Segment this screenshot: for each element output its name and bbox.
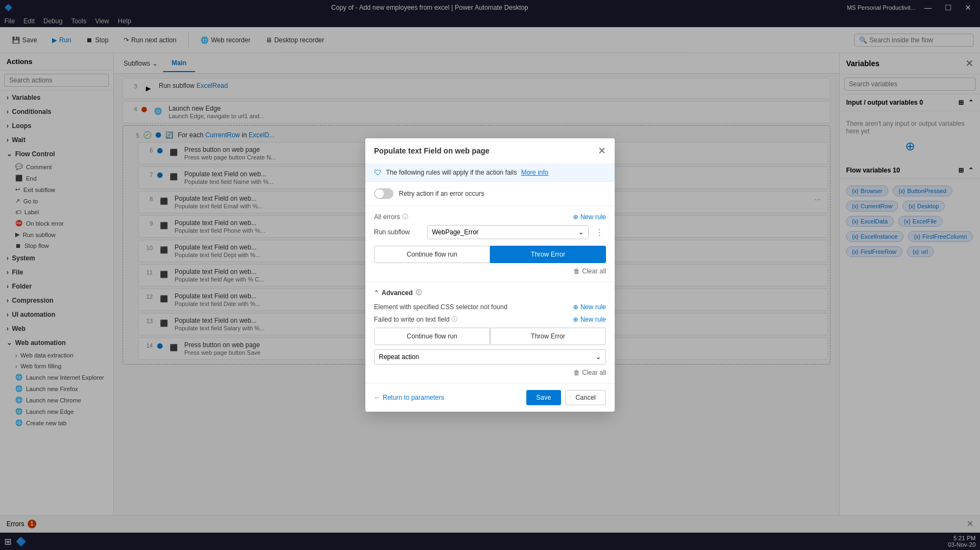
- repeat-chevron: ⌄: [596, 353, 601, 361]
- advanced-continue-button[interactable]: Continue flow run: [374, 328, 490, 345]
- return-to-params-button[interactable]: ← Return to parameters: [374, 394, 444, 401]
- modal-title: Populate text Field on web page: [374, 146, 489, 155]
- plus-icon: ⊕: [573, 316, 578, 323]
- advanced-collapse-icon: ⌃: [374, 290, 378, 296]
- subflow-more-button[interactable]: ⋮: [593, 227, 606, 238]
- modal-footer-buttons: Save Cancel: [526, 390, 606, 405]
- repeat-action-dropdown[interactable]: Repeat action ⌄: [374, 349, 606, 364]
- dropdown-chevron: ⌄: [578, 228, 584, 236]
- trash-icon: 🗑: [573, 267, 580, 275]
- all-errors-label: All errors ⓘ: [374, 213, 408, 221]
- new-rule-button[interactable]: ⊕ New rule: [573, 213, 606, 221]
- write-new-rule-button[interactable]: ⊕ New rule: [573, 316, 606, 323]
- info-banner-text: The following rules will apply if the ac…: [386, 169, 517, 176]
- shield-icon: 🛡: [374, 168, 382, 177]
- retry-label: Retry action if an error occurs: [399, 190, 484, 197]
- run-subflow-row: Run subflow WebPage_Error ⌄ ⋮: [374, 225, 606, 239]
- all-errors-section: All errors ⓘ ⊕ New rule Run subflow WebP…: [365, 206, 615, 282]
- plus-icon: ⊕: [573, 303, 578, 311]
- arrow-left-icon: ←: [374, 394, 381, 401]
- run-subflow-label: Run subflow: [374, 228, 423, 236]
- advanced-action-btns: Continue flow run Throw Error: [374, 328, 606, 345]
- modal-footer: ← Return to parameters Save Cancel: [365, 383, 615, 412]
- trash-icon: 🗑: [573, 369, 580, 376]
- modal-overlay: Populate text Field on web page ✕ 🛡 The …: [0, 0, 980, 550]
- info-banner: 🛡 The following rules will apply if the …: [365, 164, 615, 182]
- continue-flow-button[interactable]: Continue flow run: [374, 246, 490, 263]
- advanced-clear-all-button[interactable]: 🗑 Clear all: [573, 369, 606, 376]
- clear-all-button[interactable]: 🗑 Clear all: [573, 267, 606, 275]
- write-error-row: Failed to write on text field ⓘ ⊕ New ru…: [374, 315, 606, 323]
- modal-dialog: Populate text Field on web page ✕ 🛡 The …: [365, 138, 615, 412]
- all-errors-header: All errors ⓘ ⊕ New rule: [374, 213, 606, 221]
- advanced-throw-button[interactable]: Throw Error: [490, 328, 606, 345]
- css-new-rule-button[interactable]: ⊕ New rule: [573, 303, 606, 311]
- throw-error-button[interactable]: Throw Error: [490, 246, 606, 263]
- write-error-label: Failed to write on text field ⓘ: [374, 315, 457, 323]
- css-selector-error-row: Element with specified CSS selector not …: [374, 303, 606, 311]
- modal-body: 🛡 The following rules will apply if the …: [365, 164, 615, 383]
- modal-close-button[interactable]: ✕: [598, 145, 606, 157]
- modal-save-button[interactable]: Save: [526, 390, 560, 405]
- plus-icon: ⊕: [573, 213, 578, 221]
- retry-toggle[interactable]: [374, 188, 394, 199]
- modal-cancel-button[interactable]: Cancel: [565, 390, 606, 405]
- retry-section: Retry action if an error occurs: [365, 182, 615, 206]
- advanced-section: ⌃ Advanced ⓘ Element with specified CSS …: [365, 282, 615, 383]
- advanced-header[interactable]: ⌃ Advanced ⓘ: [374, 289, 606, 297]
- all-errors-action-btns: Continue flow run Throw Error: [374, 246, 606, 263]
- subflow-dropdown[interactable]: WebPage_Error ⌄: [427, 225, 589, 239]
- modal-header: Populate text Field on web page ✕: [365, 138, 615, 164]
- css-selector-label: Element with specified CSS selector not …: [374, 303, 507, 311]
- advanced-info-icon: ⓘ: [416, 289, 422, 297]
- info-circle-icon: ⓘ: [402, 213, 408, 221]
- write-error-info-icon: ⓘ: [452, 315, 457, 323]
- more-info-link[interactable]: More info: [521, 169, 548, 176]
